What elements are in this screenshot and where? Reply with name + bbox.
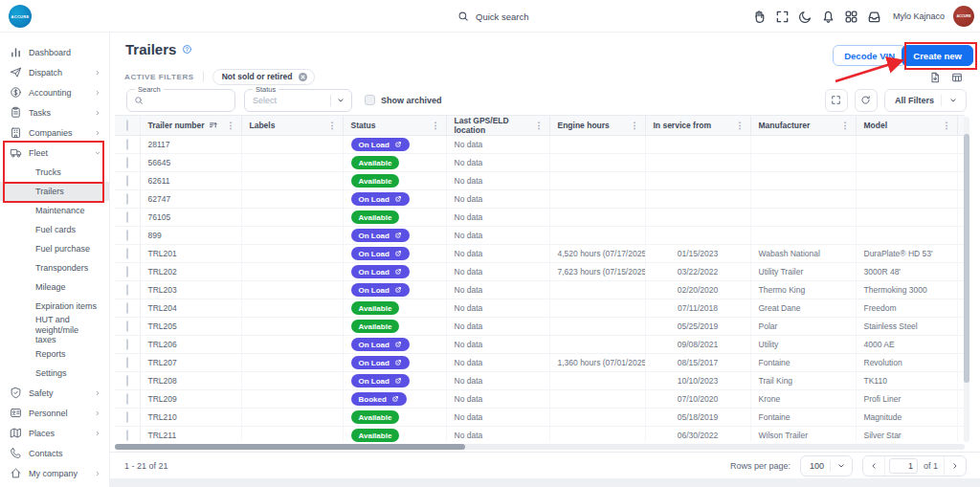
status-badge[interactable]: Available [351, 320, 400, 333]
inbox-icon[interactable] [867, 10, 881, 24]
table-row[interactable]: 62747On LoadNo data [115, 190, 965, 209]
column-menu-icon[interactable]: ⋮ [839, 122, 852, 130]
column-header-in-service-from[interactable]: In service from⋮ [645, 116, 750, 136]
status-badge[interactable]: On Load [351, 192, 410, 206]
table-row[interactable]: 56645AvailableNo data [115, 154, 965, 172]
sidebar-item-expiration-items[interactable]: Expiration items [0, 297, 109, 316]
row-checkbox[interactable] [115, 281, 140, 299]
column-header-model[interactable]: Model⋮ [856, 116, 957, 136]
help-icon[interactable] [182, 44, 192, 55]
checkbox[interactable] [126, 157, 128, 168]
row-checkbox[interactable] [115, 263, 140, 281]
all-filters-button[interactable]: All Filters [884, 89, 967, 112]
column-header-trailer-number[interactable]: Trailer number⋮ [140, 116, 241, 136]
sidebar-item-reports[interactable]: Reports [0, 344, 109, 364]
checkbox[interactable] [126, 375, 128, 387]
rows-per-page-select[interactable]: 100 [800, 455, 853, 476]
checkbox[interactable] [126, 230, 128, 241]
checkbox[interactable] [126, 139, 128, 150]
row-checkbox[interactable] [115, 390, 140, 409]
table-row[interactable]: TRL209BookedNo data07/10/2020KroneProfi … [115, 390, 965, 409]
expand-table-button[interactable] [825, 89, 848, 112]
checkbox[interactable] [126, 302, 128, 314]
column-menu-icon[interactable]: ⋮ [326, 122, 339, 130]
sidebar-item-accounting[interactable]: Accounting [0, 82, 109, 102]
column-header-engine-hours[interactable]: Engine hours⋮ [549, 116, 645, 136]
checkbox[interactable] [126, 321, 128, 332]
status-badge[interactable]: Available [351, 156, 400, 169]
row-checkbox[interactable] [115, 354, 140, 372]
sidebar-item-trailers[interactable]: Trailers [0, 182, 109, 201]
checkbox[interactable] [126, 120, 128, 131]
sidebar-item-fuel-cards[interactable]: Fuel cards [0, 220, 109, 239]
horizontal-scrollbar-thumb[interactable] [115, 444, 465, 450]
fullscreen-icon[interactable] [775, 10, 790, 24]
sidebar-item-hut-and-weight-mile-taxes[interactable]: HUT and weight/mile taxes [0, 316, 109, 344]
table-row[interactable]: TRL201On LoadNo data4,520 hours (07/17/2… [115, 245, 965, 263]
hand-icon[interactable] [752, 10, 767, 24]
table-row[interactable]: TRL204AvailableNo data07/11/2018Great Da… [115, 299, 965, 318]
decode-vin-button[interactable]: Decode VIN [833, 45, 906, 66]
quick-search[interactable]: Quick search [457, 0, 528, 33]
sidebar-item-tasks[interactable]: Tasks [0, 102, 109, 122]
status-badge[interactable]: On Load [351, 374, 410, 387]
sidebar-item-transponders[interactable]: Transponders [0, 258, 109, 277]
status-badge[interactable]: On Load [351, 247, 410, 260]
refresh-button[interactable] [855, 89, 878, 112]
column-header-status[interactable]: Status⋮ [343, 116, 446, 136]
table-view-icon[interactable] [951, 72, 963, 83]
column-header-last-gps-eld-location[interactable]: Last GPS/ELD location⋮ [446, 116, 549, 136]
sidebar-item-companies[interactable]: Companies [0, 122, 109, 143]
status-badge[interactable]: Available [351, 410, 400, 424]
sidebar-item-my-company[interactable]: My company [0, 463, 109, 483]
sidebar-item-places[interactable]: Places [0, 423, 109, 443]
sidebar-item-fleet[interactable]: Fleet [0, 143, 109, 163]
status-badge[interactable]: On Load [351, 265, 410, 278]
sidebar-item-contacts[interactable]: Contacts [0, 443, 109, 463]
sidebar-item-personnel[interactable]: Personnel [0, 403, 109, 423]
status-badge[interactable]: On Load [351, 138, 410, 151]
row-checkbox[interactable] [115, 336, 140, 354]
create-new-button[interactable]: Create new [902, 45, 973, 66]
vertical-scrollbar-thumb[interactable] [964, 134, 969, 383]
row-checkbox[interactable] [115, 372, 140, 390]
table-row[interactable]: TRL202On LoadNo data7,623 hours (07/15/2… [115, 263, 965, 281]
checkbox[interactable] [126, 393, 128, 405]
status-badge[interactable]: On Load [351, 356, 410, 369]
row-checkbox[interactable] [115, 172, 140, 190]
table-row[interactable]: 28117On LoadNo data [115, 136, 965, 154]
sidebar-item-dashboard[interactable]: Dashboard [0, 42, 109, 62]
status-badge[interactable]: Available [351, 174, 400, 188]
status-badge[interactable]: Booked [351, 392, 407, 406]
previous-page-button[interactable] [863, 456, 884, 476]
notifications-icon[interactable] [821, 10, 835, 24]
table-row[interactable]: TRL203On LoadNo data02/20/2020Thermo Kin… [115, 281, 965, 299]
status-badge[interactable]: On Load [351, 229, 410, 242]
status-badge[interactable]: Available [351, 429, 400, 442]
checkbox[interactable] [126, 266, 128, 277]
checkbox[interactable] [126, 411, 128, 423]
row-checkbox[interactable] [115, 427, 140, 443]
row-checkbox[interactable] [115, 136, 140, 154]
table-row[interactable]: 899On LoadNo data [115, 227, 965, 245]
user-avatar[interactable]: ACCURE [953, 6, 974, 27]
status-badge[interactable]: On Load [351, 338, 410, 351]
sidebar-item-maintenance[interactable]: Maintenance [0, 201, 109, 220]
page-number-input[interactable] [889, 458, 918, 474]
checkbox[interactable] [126, 248, 128, 259]
table-row[interactable]: TRL205AvailableNo data05/25/2019PolarSta… [115, 318, 965, 336]
row-checkbox[interactable] [115, 154, 140, 172]
status-badge[interactable]: Available [351, 210, 400, 224]
column-menu-icon[interactable]: ⋮ [430, 122, 442, 130]
sidebar-item-trucks[interactable]: Trucks [0, 163, 109, 182]
search-input[interactable] [148, 96, 228, 105]
table-row[interactable]: TRL211AvailableNo data06/30/2022Wilson T… [115, 427, 965, 443]
accure-logo[interactable]: ACCURE [9, 5, 32, 28]
column-menu-icon[interactable]: ⋮ [734, 122, 746, 130]
status-badge[interactable]: Available [351, 301, 400, 315]
status-badge[interactable]: On Load [351, 283, 410, 297]
row-checkbox[interactable] [115, 227, 140, 245]
row-checkbox[interactable] [115, 245, 140, 263]
status-select[interactable]: Status Select [244, 89, 352, 112]
checkbox[interactable] [126, 284, 128, 296]
